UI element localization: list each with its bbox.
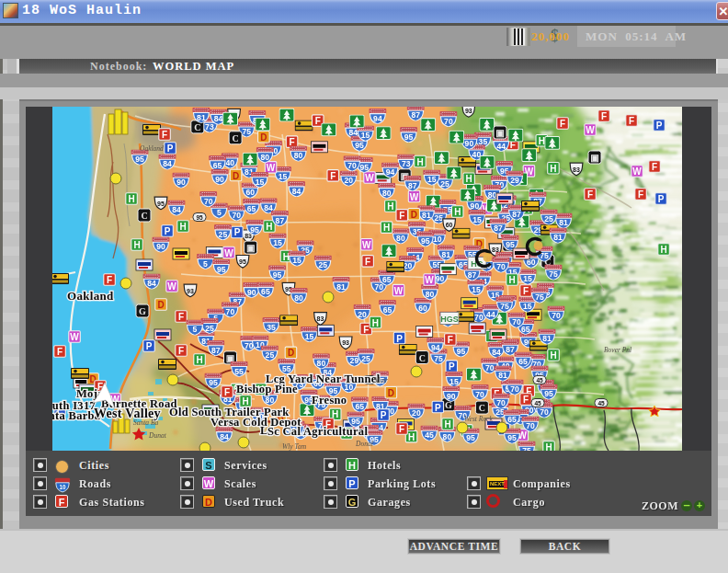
svg-text:81: 81 bbox=[553, 233, 563, 242]
svg-text:C: C bbox=[194, 122, 200, 132]
svg-text:H: H bbox=[179, 222, 186, 232]
svg-text:F: F bbox=[587, 189, 593, 200]
svg-text:25: 25 bbox=[205, 324, 214, 333]
svg-text:H: H bbox=[196, 355, 202, 365]
svg-text:F: F bbox=[162, 130, 167, 140]
svg-text:80: 80 bbox=[488, 190, 497, 200]
svg-text:Santa Ba: Santa Ba bbox=[133, 418, 159, 427]
svg-text:65: 65 bbox=[247, 204, 256, 213]
svg-text:P: P bbox=[396, 334, 403, 344]
svg-text:W: W bbox=[362, 240, 371, 250]
svg-text:25: 25 bbox=[266, 350, 275, 360]
svg-text:95: 95 bbox=[457, 347, 466, 356]
svg-text:10: 10 bbox=[433, 235, 442, 244]
svg-text:93: 93 bbox=[342, 339, 349, 346]
svg-text:Oakland: Oakland bbox=[140, 144, 164, 153]
svg-text:15: 15 bbox=[523, 302, 532, 311]
svg-text:D: D bbox=[288, 348, 294, 358]
svg-text:W: W bbox=[70, 332, 79, 342]
svg-text:5: 5 bbox=[193, 325, 198, 334]
svg-text:29: 29 bbox=[510, 176, 519, 185]
svg-text:80: 80 bbox=[317, 359, 326, 368]
svg-text:70: 70 bbox=[226, 307, 235, 316]
svg-text:H: H bbox=[383, 223, 390, 233]
svg-text:15: 15 bbox=[427, 176, 437, 185]
svg-text:P: P bbox=[165, 226, 171, 236]
svg-text:90: 90 bbox=[156, 242, 165, 251]
svg-text:95: 95 bbox=[273, 270, 282, 280]
svg-text:F: F bbox=[523, 286, 529, 296]
svg-text:25: 25 bbox=[361, 354, 370, 363]
svg-text:P: P bbox=[435, 403, 441, 413]
svg-text:70: 70 bbox=[510, 384, 519, 394]
svg-text:44: 44 bbox=[497, 142, 506, 151]
svg-text:F: F bbox=[399, 211, 404, 221]
svg-text:H: H bbox=[454, 207, 461, 217]
svg-text:D: D bbox=[157, 300, 164, 310]
svg-text:F: F bbox=[448, 335, 453, 345]
svg-text:25: 25 bbox=[219, 230, 228, 239]
svg-text:95: 95 bbox=[404, 132, 414, 142]
svg-text:90: 90 bbox=[471, 201, 480, 211]
svg-text:87: 87 bbox=[276, 216, 285, 225]
svg-text:95: 95 bbox=[209, 378, 218, 387]
svg-text:H: H bbox=[550, 350, 556, 361]
svg-text:15: 15 bbox=[449, 377, 459, 386]
svg-text:73: 73 bbox=[205, 122, 214, 132]
svg-text:Donal: Donal bbox=[355, 440, 373, 448]
svg-text:87: 87 bbox=[494, 223, 503, 233]
svg-text:70: 70 bbox=[526, 421, 535, 430]
svg-text:5: 5 bbox=[217, 208, 222, 217]
svg-text:95: 95 bbox=[544, 389, 553, 398]
svg-text:F: F bbox=[365, 257, 370, 267]
svg-text:15: 15 bbox=[361, 131, 370, 140]
svg-text:25: 25 bbox=[319, 260, 328, 269]
svg-text:F: F bbox=[178, 312, 184, 322]
svg-text:65: 65 bbox=[521, 325, 530, 334]
svg-text:H: H bbox=[416, 157, 423, 167]
svg-text:F: F bbox=[523, 395, 529, 405]
svg-text:H: H bbox=[266, 222, 272, 232]
svg-text:44: 44 bbox=[486, 310, 495, 319]
svg-text:65: 65 bbox=[507, 415, 517, 424]
svg-text:90: 90 bbox=[465, 139, 474, 148]
svg-text:F: F bbox=[57, 347, 63, 357]
svg-text:Dunat: Dunat bbox=[148, 431, 167, 440]
svg-text:81: 81 bbox=[542, 334, 552, 343]
svg-text:94: 94 bbox=[431, 343, 440, 352]
svg-text:P: P bbox=[234, 227, 241, 237]
svg-text:F: F bbox=[601, 111, 607, 121]
svg-text:95: 95 bbox=[157, 201, 165, 207]
svg-text:25: 25 bbox=[544, 214, 553, 223]
svg-text:15: 15 bbox=[256, 178, 265, 187]
svg-text:Oakland: Oakland bbox=[67, 289, 114, 303]
svg-text:45: 45 bbox=[597, 400, 605, 407]
svg-text:45: 45 bbox=[536, 377, 543, 384]
svg-text:83: 83 bbox=[317, 315, 324, 322]
svg-text:70: 70 bbox=[444, 117, 453, 126]
svg-text:84: 84 bbox=[172, 205, 181, 214]
svg-text:90: 90 bbox=[176, 178, 186, 187]
svg-text:C: C bbox=[141, 211, 147, 221]
svg-text:15: 15 bbox=[292, 257, 301, 266]
svg-text:94: 94 bbox=[386, 167, 395, 177]
svg-text:W: W bbox=[365, 173, 374, 183]
svg-text:87: 87 bbox=[211, 346, 221, 355]
svg-text:P: P bbox=[658, 194, 665, 204]
svg-text:70: 70 bbox=[204, 197, 213, 206]
svg-text:84: 84 bbox=[220, 432, 229, 441]
svg-text:81: 81 bbox=[197, 113, 206, 122]
svg-text:25: 25 bbox=[435, 213, 444, 223]
svg-text:F: F bbox=[629, 116, 634, 126]
svg-text:87: 87 bbox=[506, 345, 515, 354]
svg-text:70: 70 bbox=[232, 211, 241, 220]
svg-text:D: D bbox=[411, 210, 417, 220]
svg-text:95: 95 bbox=[507, 433, 517, 442]
svg-text:HGS: HGS bbox=[440, 315, 459, 324]
svg-text:F: F bbox=[652, 162, 657, 172]
svg-text:80: 80 bbox=[294, 151, 303, 160]
svg-text:F: F bbox=[638, 189, 643, 200]
svg-text:H: H bbox=[444, 419, 450, 430]
svg-text:65: 65 bbox=[213, 161, 222, 170]
svg-text:25: 25 bbox=[440, 179, 449, 189]
